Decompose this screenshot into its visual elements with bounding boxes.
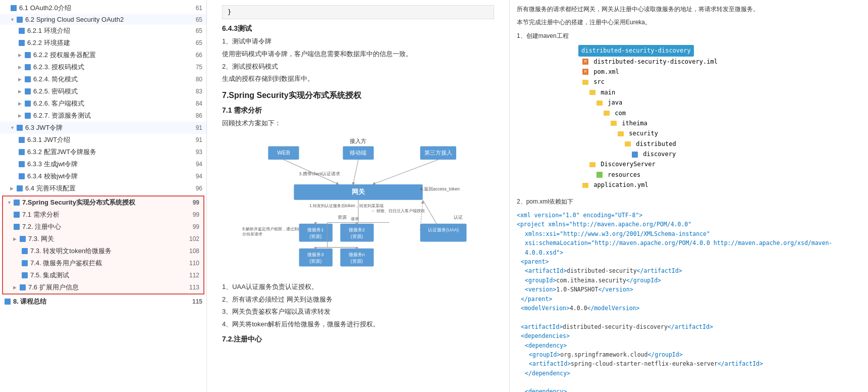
tree-row: src xyxy=(517,77,861,87)
toc-page: 112 xyxy=(189,272,199,279)
toc-item-6.2.6[interactable]: ▶ 6.2.6. 客户端模式 84 xyxy=(0,97,206,110)
folder-icon xyxy=(582,80,588,85)
doc-icon xyxy=(24,52,31,59)
toc-item-6.3.3[interactable]: 6.3.3 生成jwt令牌 94 xyxy=(0,158,206,170)
folder-icon xyxy=(589,90,595,95)
xml-icon: M xyxy=(582,69,588,75)
doc-icon xyxy=(16,124,23,131)
toc-page: 102 xyxy=(189,235,199,242)
arrow-icon: ▼ xyxy=(7,200,12,205)
toc-item-7.3t[interactable]: 7.3. 转发明文token给微服务 108 xyxy=(3,245,203,257)
arrow-icon: ▶ xyxy=(10,186,15,191)
toc-item-7.5[interactable]: 7.5. 集成测试 112 xyxy=(3,269,203,281)
tree-row: main xyxy=(517,87,861,97)
toc-label: 6.4 完善环境配置 xyxy=(25,184,194,193)
folder-icon xyxy=(625,141,631,146)
doc-icon xyxy=(24,112,31,119)
xml-line: <artifactId>distributed-security</artifa… xyxy=(525,266,861,275)
toc-item-6.2.4[interactable]: ▶ 6.2.4. 简化模式 80 xyxy=(0,73,206,85)
doc-icon xyxy=(21,260,28,267)
xml-line: <version>1.0-SNAPSHOT</version> xyxy=(525,285,861,294)
toc-item-7.1[interactable]: 7.1 需求分析 99 xyxy=(3,209,203,221)
file-name: com xyxy=(615,110,626,117)
toc-item-6.1[interactable]: 6.1 OAuth2.0介绍 61 xyxy=(0,2,206,14)
toc-label: 6.3.3 生成jwt令牌 xyxy=(27,160,194,169)
toc-item-6.2.5[interactable]: ▶ 6.2.5. 密码模式 83 xyxy=(0,85,206,97)
svg-text:认证服务(UAA): 认证服务(UAA) xyxy=(427,227,458,232)
xml-line: <groupId>com.itheima.security</groupId> xyxy=(525,276,861,285)
xml-line: <modelVersion>4.0.0</modelVersion> xyxy=(521,304,861,313)
arrow-icon: ▼ xyxy=(10,125,15,130)
content-panel: } 6.4.3测试 1、测试申请令牌 使用密码模式申请令牌，客户端信息需要和数据… xyxy=(207,0,510,392)
toc-label: 6.2.2 环境搭建 xyxy=(27,38,194,47)
svg-text:请求: 请求 xyxy=(350,216,358,221)
toc-item-7.3[interactable]: ▶ 7.3. 网关 102 xyxy=(3,233,203,245)
xml-line: <parent> xyxy=(521,257,861,266)
intro-1: 所有微服务的请求都经过网关，网关从注册中心读取微服务的地址，将请求转发至微服务。 xyxy=(517,4,861,14)
arrow-icon: ▶ xyxy=(13,236,18,241)
architecture-diagram: 接入方 WEB 移动端 第三方接入 3.携带client认证请求 网关 4.返回… xyxy=(237,135,479,276)
xml-line: <dependencies> xyxy=(521,331,861,340)
code-block: } xyxy=(222,5,494,19)
xml-icon: M xyxy=(582,59,588,65)
doc-icon xyxy=(24,64,31,71)
toc-item-6.2[interactable]: ▼ 6.2 Spring Cloud Security OAuth2 65 xyxy=(0,14,206,25)
toc-item-6.2.7[interactable]: ▶ 6.2.7. 资源服务测试 86 xyxy=(0,110,206,122)
toc-label: 7.5. 集成测试 xyxy=(30,271,187,280)
toc-item-6.2.3[interactable]: ▶ 6.2.3. 授权码模式 75 xyxy=(0,61,206,73)
toc-item-7.6[interactable]: ▶ 7.6 扩展用户信息 113 xyxy=(3,281,203,293)
toc-item-6.2.2[interactable]: 6.2.2 环境搭建 65 xyxy=(0,37,206,49)
note-3: 3、网关负责鉴权客户端以及请求转发 xyxy=(222,307,494,317)
test-step1-desc: 使用密码模式申请令牌，客户端信息需要和数据库中的信息一致。 xyxy=(222,49,494,60)
toc-label: 6.2.3. 授权码模式 xyxy=(33,63,194,72)
toc-item-6.3.1[interactable]: 6.3.1 JWT介绍 91 xyxy=(0,134,206,146)
doc-icon xyxy=(19,284,26,291)
tree-root: distributed-security-discovery xyxy=(517,45,861,56)
toc-item-7[interactable]: ▼ 7.Spring Security实现分布式系统授权 99 xyxy=(3,197,203,209)
toc-item-6.3[interactable]: ▼ 6.3 JWT令牌 91 xyxy=(0,122,206,134)
toc-page: 108 xyxy=(189,248,199,255)
toc-item-8[interactable]: 8. 课程总结 115 xyxy=(0,296,206,308)
toc-item-6.3.2[interactable]: 6.3.2 配置JWT令牌服务 93 xyxy=(0,146,206,158)
svg-text:认证: 认证 xyxy=(453,215,462,220)
toc-label: 7.3. 转发明文token给微服务 xyxy=(30,247,187,256)
chapter7-title: 7.Spring Security实现分布式系统授权 xyxy=(222,90,494,101)
toc-page: 65 xyxy=(196,16,202,23)
file-name: application.yml xyxy=(593,181,648,188)
file-name: src xyxy=(593,78,605,85)
svg-line-9 xyxy=(373,160,438,184)
tree-row: distributed xyxy=(517,139,861,149)
arrow-icon: ▶ xyxy=(18,65,23,70)
xml-line: </parent> xyxy=(521,295,861,304)
doc-icon xyxy=(24,76,31,83)
toc-item-7.2[interactable]: 7.2. 注册中心 99 xyxy=(3,221,203,233)
xml-line: <artifactId>distributed-security-discove… xyxy=(521,322,861,331)
toc-label: 6.2.5. 密码模式 xyxy=(33,87,194,96)
folder-icon xyxy=(589,162,595,167)
toc-item-6.4[interactable]: ▶ 6.4 完善环境配置 96 xyxy=(0,182,206,194)
tree-row: M distributed-security-discovery.iml xyxy=(517,57,861,67)
folder-icon xyxy=(596,101,603,106)
toc-page: 91 xyxy=(196,124,202,131)
xml-line: <artifactId>spring-cloud-starter-netflix… xyxy=(529,359,861,368)
svg-text:1.转发到认证服务后token，转发到某某端: 1.转发到认证服务后token，转发到某某端 xyxy=(309,204,383,208)
toc-item-6.2.2s[interactable]: ▶ 6.2.2 授权服务器配置 66 xyxy=(0,49,206,61)
step-2-label: 2、pom.xml依赖如下 xyxy=(517,197,861,207)
file-name: security xyxy=(629,130,658,137)
java-icon xyxy=(632,152,638,158)
toc-item-7.4[interactable]: 7.4. 微服务用户鉴权拦截 110 xyxy=(3,257,203,269)
doc-icon xyxy=(24,100,31,107)
toc-item-6.3.4[interactable]: 6.3.4 校验jwt令牌 94 xyxy=(0,170,206,182)
right-panel: 所有微服务的请求都经过网关，网关从注册中心读取微服务的地址，将请求转发至微服务。… xyxy=(510,0,868,392)
doc-icon xyxy=(16,185,23,192)
doc-icon xyxy=(18,136,25,143)
xml-line: <project xmlns="http://maven.apache.org/… xyxy=(517,220,861,229)
arrow-icon: ▶ xyxy=(18,89,23,94)
arrow-icon: ▼ xyxy=(10,17,15,22)
file-name: main xyxy=(601,89,615,96)
doc-icon xyxy=(4,298,11,305)
svg-text:网关: 网关 xyxy=(352,188,365,195)
svg-line-8 xyxy=(353,160,358,184)
toc-item-6.2.1[interactable]: 6.2.1 环境介绍 65 xyxy=(0,25,206,37)
xml-line: <groupId>org.springframework.cloud</grou… xyxy=(529,350,861,359)
